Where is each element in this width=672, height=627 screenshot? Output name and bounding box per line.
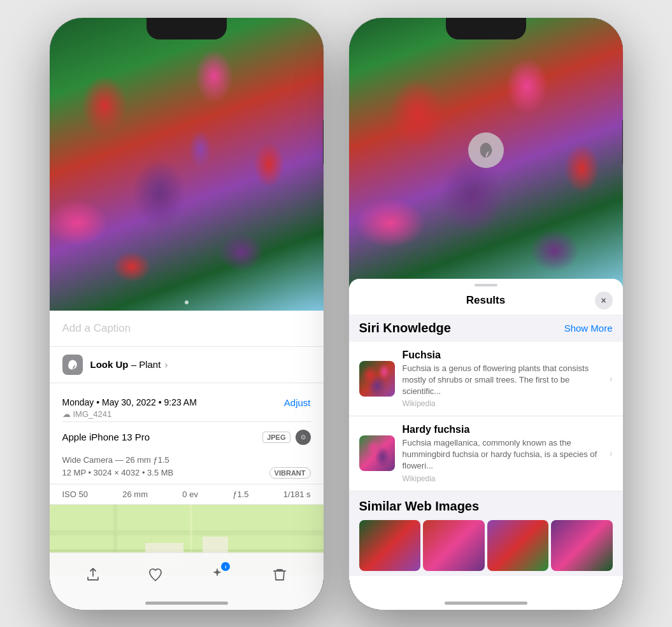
- similar-images-row: [359, 520, 613, 571]
- lookup-text: Look Up – Plant ›: [90, 359, 168, 370]
- cloud-icon: ☁: [62, 409, 71, 419]
- main-container: Add a Caption Look Up – Plant ›: [0, 0, 672, 627]
- close-button[interactable]: ×: [595, 292, 613, 309]
- fuchsia-name: Fuchsia: [403, 349, 602, 361]
- adjust-button[interactable]: Adjust: [284, 397, 311, 408]
- filename-row: ☁ IMG_4241: [62, 409, 197, 419]
- exif-ev: 0 ev: [182, 490, 198, 499]
- camera-specs: Wide Camera — 26 mm ƒ1.5 12 MP • 3024 × …: [50, 453, 324, 484]
- trash-icon: [272, 567, 287, 582]
- hardy-fuchsia-item[interactable]: Hardy fuchsia Fuchsia magellanica, commo…: [349, 416, 623, 491]
- leaf-icon: [67, 359, 78, 370]
- hardy-name: Hardy fuchsia: [403, 424, 602, 435]
- lookup-icon: [62, 355, 83, 375]
- results-photo[interactable]: [349, 18, 623, 292]
- camera-spec1: Wide Camera — 26 mm ƒ1.5: [62, 455, 311, 465]
- exif-shutter: 1/181 s: [283, 490, 311, 499]
- vibrant-badge: VIBRANT: [269, 467, 311, 479]
- delete-button[interactable]: [266, 561, 294, 589]
- lookup-chevron: ›: [165, 359, 168, 370]
- hardy-desc: Fuchsia magellanica, commonly known as t…: [403, 437, 602, 472]
- svg-rect-1: [50, 530, 324, 535]
- share-icon: [85, 567, 101, 582]
- device-row: Apple iPhone 13 Pro JPEG ⊙: [50, 422, 324, 453]
- badges: JPEG ⊙: [262, 430, 310, 445]
- exif-iso: ISO 50: [62, 490, 88, 499]
- exif-row: ISO 50 26 mm 0 ev ƒ1.5 1/181 s: [50, 484, 324, 505]
- location-icon: ⊙: [296, 430, 311, 445]
- siri-knowledge-title: Siri Knowledge: [359, 321, 451, 335]
- exif-f: ƒ1.5: [232, 490, 248, 499]
- jpeg-badge: JPEG: [262, 432, 290, 443]
- lookup-suffix: – Plant: [131, 359, 161, 370]
- svg-rect-4: [50, 549, 324, 552]
- results-sheet: Results × Siri Knowledge Show More: [349, 279, 623, 610]
- hardy-source: Wikipedia: [403, 474, 602, 483]
- fuchsia-source: Wikipedia: [403, 399, 602, 408]
- similar-image-3[interactable]: [487, 520, 549, 571]
- heart-icon: [148, 567, 163, 582]
- share-button[interactable]: [79, 561, 107, 589]
- similar-image-4[interactable]: [551, 520, 613, 571]
- similar-image-1[interactable]: [359, 520, 421, 571]
- visual-lookup-button[interactable]: [468, 132, 504, 168]
- sheet-title: Results: [466, 294, 505, 307]
- photo-details: Monday • May 30, 2022 • 9:23 AM ☁ IMG_42…: [50, 388, 324, 575]
- similar-section: Similar Web Images: [349, 491, 623, 576]
- left-screen: Add a Caption Look Up – Plant ›: [50, 18, 324, 610]
- fuchsia-item[interactable]: Fuchsia Fuchsia is a genus of flowering …: [349, 342, 623, 417]
- caption-placeholder: Add a Caption: [62, 322, 131, 334]
- date-info: Monday • May 30, 2022 • 9:23 AM ☁ IMG_42…: [62, 397, 197, 419]
- similar-title: Similar Web Images: [359, 499, 613, 514]
- flower-image: [50, 18, 324, 311]
- info-button[interactable]: i: [203, 561, 231, 589]
- flower-photo[interactable]: [50, 18, 324, 311]
- fuchsia-desc: Fuchsia is a genus of flowering plants t…: [403, 363, 602, 398]
- photo-indicator: [185, 300, 189, 304]
- visual-lookup-icon: [477, 141, 495, 159]
- specs-row: 12 MP • 3024 × 4032 • 3.5 MB VIBRANT: [62, 467, 311, 479]
- date-row: Monday • May 30, 2022 • 9:23 AM ☁ IMG_42…: [50, 388, 324, 421]
- left-phone: Add a Caption Look Up – Plant ›: [50, 18, 324, 610]
- right-phone: Results × Siri Knowledge Show More: [349, 18, 623, 610]
- hardy-thumb-img: [359, 435, 395, 471]
- device-name: Apple iPhone 13 Pro: [62, 432, 150, 442]
- hardy-chevron: ›: [610, 448, 613, 458]
- similar-image-2[interactable]: [423, 520, 485, 571]
- camera-spec2: 12 MP • 3024 × 4032 • 3.5 MB: [62, 468, 174, 477]
- lookup-row[interactable]: Look Up – Plant ›: [50, 347, 324, 383]
- fuchsia-thumb-img: [359, 361, 395, 397]
- home-indicator: [145, 602, 228, 605]
- exif-mm: 26 mm: [122, 490, 148, 499]
- fuchsia-chevron: ›: [610, 374, 613, 384]
- right-home-indicator: [445, 602, 527, 605]
- caption-input[interactable]: Add a Caption: [50, 311, 324, 347]
- sheet-handle: [475, 284, 497, 286]
- lookup-bold: Look Up: [90, 359, 129, 370]
- fuchsia-info: Fuchsia Fuchsia is a genus of flowering …: [403, 349, 602, 409]
- show-more-button[interactable]: Show More: [564, 323, 613, 334]
- sheet-header: Results ×: [349, 292, 623, 314]
- knowledge-card: Fuchsia Fuchsia is a genus of flowering …: [349, 342, 623, 491]
- filename: IMG_4241: [73, 409, 112, 419]
- date-text: Monday • May 30, 2022 • 9:23 AM: [62, 397, 197, 407]
- siri-knowledge-header: Siri Knowledge Show More: [349, 314, 623, 342]
- info-badge: i: [221, 562, 230, 571]
- hardy-thumbnail: [359, 435, 395, 471]
- right-screen: Results × Siri Knowledge Show More: [349, 18, 623, 610]
- fuchsia-thumbnail: [359, 361, 395, 397]
- favorite-button[interactable]: [141, 561, 169, 589]
- hardy-info: Hardy fuchsia Fuchsia magellanica, commo…: [403, 424, 602, 483]
